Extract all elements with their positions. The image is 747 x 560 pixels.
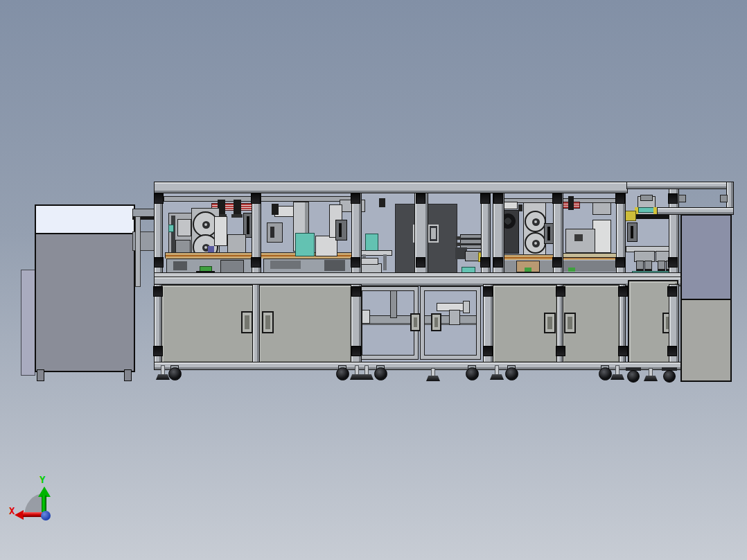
yellow-clamp: [624, 211, 636, 221]
slot: [270, 227, 274, 238]
corner-bracket: [154, 193, 164, 204]
table-leg: [383, 254, 387, 270]
sensor: [168, 225, 174, 232]
corner-bracket: [153, 286, 163, 297]
leveling-foot-stem: [615, 365, 619, 376]
cad-viewport[interactable]: X Y: [0, 0, 747, 560]
corner-bracket: [618, 286, 628, 297]
door-handle: [262, 311, 274, 333]
caster-wheel: [627, 370, 640, 383]
leveling-foot: [426, 376, 440, 381]
left-cabinet-leg: [124, 369, 132, 381]
corner-bracket: [154, 257, 164, 268]
corner-bracket: [480, 193, 490, 204]
door-handle: [431, 313, 441, 331]
pneumatic-cylinder: [518, 204, 522, 211]
hanger-box: [592, 202, 611, 215]
tower-band: [638, 207, 655, 213]
x-axis-label: X: [9, 505, 15, 516]
door-handle: [410, 313, 421, 331]
extension-top-rail: [626, 182, 734, 189]
corner-bracket: [251, 193, 261, 204]
door-handle: [544, 313, 556, 333]
bench-block: [270, 261, 301, 269]
leveling-foot: [644, 376, 658, 381]
bench-block: [173, 261, 187, 270]
leveling-foot-stem: [355, 365, 359, 376]
corner-bracket: [483, 346, 493, 356]
product-tray: [295, 233, 315, 256]
caster-wheel: [466, 367, 479, 380]
caster-wheel: [374, 367, 387, 380]
station-block: [177, 219, 191, 236]
door-handle: [241, 311, 253, 333]
corner-bracket: [556, 286, 565, 297]
corner-bracket: [493, 193, 503, 204]
caster-wheel: [336, 367, 349, 380]
y-axis-label: Y: [39, 474, 45, 485]
corner-bracket: [615, 193, 625, 204]
corner-bracket: [615, 257, 625, 268]
pneumatic-cylinder: [234, 200, 241, 215]
leveling-foot-stem: [161, 365, 165, 376]
station-block: [315, 236, 337, 256]
right-cabinet-lower-panel: [680, 299, 732, 382]
pneumatic-cylinder: [272, 204, 279, 215]
left-cabinet-body: [35, 233, 135, 372]
rail-knob: [456, 236, 461, 240]
pneumatic-cylinder: [568, 196, 574, 210]
rail-knob: [456, 243, 461, 246]
frame-post: [252, 284, 260, 363]
station-block: [267, 222, 283, 243]
sensor: [208, 246, 214, 252]
corner-bracket: [552, 257, 562, 268]
rail-clip: [720, 195, 728, 202]
left-cabinet-top-panel: [35, 204, 135, 236]
corner-bracket: [351, 346, 361, 356]
corner-bracket: [480, 257, 490, 268]
corner-bracket: [556, 346, 565, 356]
tape-reel: [525, 211, 546, 232]
transfer-arm-post: [135, 216, 141, 287]
corner-bracket: [493, 257, 503, 268]
left-cabinet-leg: [37, 369, 44, 381]
bench-block: [324, 260, 345, 271]
caster-wheel: [599, 367, 612, 380]
corner-bracket: [667, 346, 677, 356]
cylinder-cap: [231, 214, 243, 218]
caster-wheel: [505, 367, 518, 380]
leveling-foot: [490, 374, 504, 380]
green-fixture: [568, 268, 575, 272]
green-fixture: [525, 268, 531, 272]
actuator-column: [214, 216, 227, 246]
caster-wheel: [168, 367, 182, 380]
leveling-foot: [610, 374, 624, 380]
caster-wheel: [663, 370, 676, 383]
bench-block: [360, 258, 378, 265]
rail-clip: [678, 195, 686, 202]
origin-sphere: [41, 511, 51, 520]
corner-bracket: [552, 193, 562, 204]
corner-bracket: [351, 257, 360, 268]
bench-block: [220, 260, 244, 273]
door-handle: [428, 225, 439, 243]
corner-bracket: [416, 257, 425, 268]
corner-bracket: [618, 346, 628, 356]
station-block: [592, 220, 611, 253]
glass-door: [358, 287, 418, 359]
top-rail: [154, 182, 628, 193]
pneumatic-cylinder: [379, 198, 385, 207]
corner-bracket: [351, 193, 360, 204]
slot-panel: [335, 220, 347, 240]
right-cabinet-upper-panel: [680, 214, 732, 302]
leveling-foot-stem: [495, 365, 499, 376]
left-rear-panel: [21, 270, 35, 376]
table-strip: [556, 253, 617, 258]
glass-door: [421, 287, 480, 359]
table-window: [574, 234, 583, 241]
tower-cap: [640, 195, 653, 201]
tape-reel: [525, 232, 546, 254]
corner-bracket: [668, 257, 678, 268]
door-handle: [564, 313, 576, 333]
corner-bracket: [416, 193, 425, 204]
